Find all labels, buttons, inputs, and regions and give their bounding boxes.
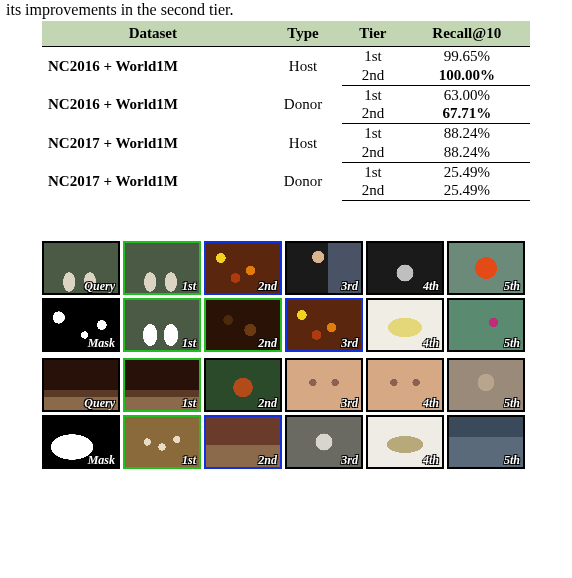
- page: its improvements in the second tier. Dat…: [0, 0, 572, 469]
- thumbnail-label: 2nd: [258, 397, 280, 410]
- col-dataset: Dataset: [42, 21, 264, 47]
- thumbnail: 4th: [366, 298, 444, 352]
- cell-dataset: NC2017 + World1M: [42, 162, 264, 201]
- thumbnail-label: 5th: [504, 280, 523, 293]
- thumbnail-label: 5th: [504, 454, 523, 467]
- thumbnail: 3rd: [285, 358, 363, 412]
- retrieval-grid: Query1st2nd3rd4th5thMask1st2nd3rd4th5thQ…: [42, 241, 530, 469]
- cell-tier: 2nd: [342, 104, 403, 123]
- grid-row: Mask1st2nd3rd4th5th: [42, 415, 530, 469]
- table-row: NC2017 + World1MHost1st88.24%: [42, 124, 530, 143]
- thumbnail: 2nd: [204, 415, 282, 469]
- thumbnail-label: 4th: [423, 280, 442, 293]
- thumbnail: 4th: [366, 358, 444, 412]
- thumbnail: 1st: [123, 415, 201, 469]
- thumbnail: Mask: [42, 298, 120, 352]
- cell-tier: 2nd: [342, 66, 403, 85]
- cell-type: Host: [264, 47, 343, 86]
- grid-block: Query1st2nd3rd4th5thMask1st2nd3rd4th5th: [42, 358, 530, 469]
- cell-tier: 1st: [342, 47, 403, 66]
- table-header-row: Dataset Type Tier Recall@10: [42, 21, 530, 47]
- thumbnail-label: 2nd: [258, 454, 280, 467]
- cell-recall: 88.24%: [404, 143, 530, 162]
- cell-recall: 99.65%: [404, 47, 530, 66]
- thumbnail: Mask: [42, 415, 120, 469]
- thumbnail-label: 4th: [423, 397, 442, 410]
- thumbnail: 1st: [123, 298, 201, 352]
- thumbnail: 3rd: [285, 241, 363, 295]
- cell-recall: 63.00%: [404, 85, 530, 104]
- cell-type: Donor: [264, 85, 343, 124]
- thumbnail-label: 5th: [504, 337, 523, 350]
- thumbnail: 1st: [123, 358, 201, 412]
- thumbnail: 3rd: [285, 298, 363, 352]
- thumbnail: 2nd: [204, 241, 282, 295]
- cell-recall: 100.00%: [404, 66, 530, 85]
- thumbnail-label: 4th: [423, 454, 442, 467]
- thumbnail: Query: [42, 358, 120, 412]
- thumbnail: 1st: [123, 241, 201, 295]
- table-row: NC2017 + World1MDonor1st25.49%: [42, 162, 530, 181]
- results-table: Dataset Type Tier Recall@10 NC2016 + Wor…: [42, 21, 530, 201]
- thumbnail-label: Mask: [88, 454, 118, 467]
- thumbnail-label: 4th: [423, 337, 442, 350]
- thumbnail: 5th: [447, 358, 525, 412]
- col-type: Type: [264, 21, 343, 47]
- caption-fragment: its improvements in the second tier.: [0, 0, 572, 21]
- cell-tier: 1st: [342, 162, 403, 181]
- thumbnail-label: 2nd: [258, 337, 280, 350]
- results-table-wrap: Dataset Type Tier Recall@10 NC2016 + Wor…: [42, 21, 530, 201]
- thumbnail-label: 1st: [182, 454, 199, 467]
- cell-dataset: NC2016 + World1M: [42, 47, 264, 86]
- thumbnail-label: 3rd: [341, 337, 361, 350]
- thumbnail-label: Query: [84, 280, 118, 293]
- cell-type: Host: [264, 124, 343, 163]
- thumbnail-label: 1st: [182, 337, 199, 350]
- thumbnail: 4th: [366, 241, 444, 295]
- thumbnail-label: Query: [84, 397, 118, 410]
- table-row: NC2016 + World1MHost1st99.65%: [42, 47, 530, 66]
- thumbnail-label: 5th: [504, 397, 523, 410]
- table-row: NC2016 + World1MDonor1st63.00%: [42, 85, 530, 104]
- thumbnail: Query: [42, 241, 120, 295]
- col-tier: Tier: [342, 21, 403, 47]
- cell-dataset: NC2016 + World1M: [42, 85, 264, 124]
- cell-dataset: NC2017 + World1M: [42, 124, 264, 163]
- col-recall: Recall@10: [404, 21, 530, 47]
- cell-recall: 88.24%: [404, 124, 530, 143]
- cell-tier: 2nd: [342, 181, 403, 200]
- thumbnail-label: Mask: [88, 337, 118, 350]
- thumbnail-label: 1st: [182, 280, 199, 293]
- cell-recall: 25.49%: [404, 162, 530, 181]
- cell-type: Donor: [264, 162, 343, 201]
- thumbnail: 5th: [447, 415, 525, 469]
- thumbnail: 2nd: [204, 358, 282, 412]
- thumbnail-label: 3rd: [341, 454, 361, 467]
- grid-row: Mask1st2nd3rd4th5th: [42, 298, 530, 352]
- thumbnail: 4th: [366, 415, 444, 469]
- thumbnail-label: 3rd: [341, 280, 361, 293]
- cell-tier: 1st: [342, 85, 403, 104]
- grid-row: Query1st2nd3rd4th5th: [42, 358, 530, 412]
- thumbnail-label: 2nd: [258, 280, 280, 293]
- thumbnail-label: 1st: [182, 397, 199, 410]
- cell-recall: 25.49%: [404, 181, 530, 200]
- cell-tier: 2nd: [342, 143, 403, 162]
- thumbnail: 5th: [447, 298, 525, 352]
- thumbnail: 2nd: [204, 298, 282, 352]
- thumbnail: 3rd: [285, 415, 363, 469]
- cell-tier: 1st: [342, 124, 403, 143]
- grid-block: Query1st2nd3rd4th5thMask1st2nd3rd4th5th: [42, 241, 530, 352]
- cell-recall: 67.71%: [404, 104, 530, 123]
- thumbnail: 5th: [447, 241, 525, 295]
- grid-row: Query1st2nd3rd4th5th: [42, 241, 530, 295]
- thumbnail-label: 3rd: [341, 397, 361, 410]
